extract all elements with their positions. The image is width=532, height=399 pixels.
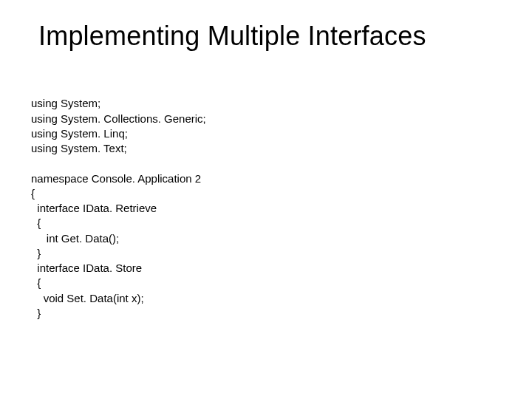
- code-line: {: [31, 276, 41, 289]
- code-line: interface IData. Store: [31, 262, 142, 274]
- code-line: using System. Linq;: [31, 127, 128, 140]
- code-line: {: [31, 187, 35, 200]
- code-line: using System. Collections. Generic;: [31, 112, 206, 125]
- code-line: using System;: [31, 97, 100, 109]
- code-line: }: [31, 307, 41, 319]
- slide: Implementing Multiple Interfaces using S…: [0, 0, 532, 399]
- code-line: interface IData. Retrieve: [31, 202, 157, 214]
- slide-title: Implementing Multiple Interfaces: [38, 21, 510, 52]
- code-line: void Set. Data(int x);: [31, 292, 144, 304]
- code-line: namespace Console. Application 2: [31, 172, 201, 185]
- code-line: }: [31, 247, 41, 259]
- code-line: {: [31, 216, 41, 229]
- code-line: using System. Text;: [31, 142, 127, 154]
- code-block: using System; using System. Collections.…: [31, 81, 502, 335]
- code-line: int Get. Data();: [31, 232, 119, 245]
